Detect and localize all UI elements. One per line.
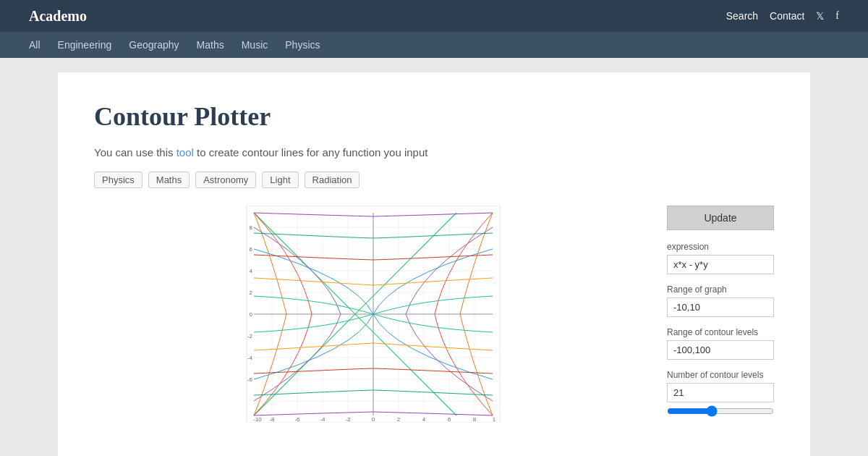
contour-range-input[interactable] — [667, 340, 774, 360]
svg-text:-6: -6 — [247, 376, 253, 383]
svg-text:6: 6 — [250, 246, 253, 253]
svg-text:-4: -4 — [320, 416, 326, 423]
search-link[interactable]: Search — [726, 10, 758, 22]
svg-text:6: 6 — [448, 416, 451, 423]
facebook-icon[interactable]: f — [835, 10, 839, 22]
site-logo[interactable]: Academo — [29, 8, 87, 25]
main-wrapper: Contour Plotter You can use this tool to… — [0, 58, 868, 456]
sub-nav: All Engineering Geography Maths Music Ph… — [0, 32, 868, 58]
nav-maths[interactable]: Maths — [197, 39, 224, 51]
nav-all[interactable]: All — [29, 39, 41, 51]
tag-radiation[interactable]: Radiation — [305, 172, 360, 188]
svg-text:4: 4 — [250, 268, 253, 274]
svg-text:8: 8 — [473, 416, 477, 423]
contour-levels-input[interactable] — [667, 383, 774, 402]
tag-maths[interactable]: Maths — [148, 172, 190, 188]
tag-astronomy[interactable]: Astronomy — [195, 172, 256, 188]
tag-physics[interactable]: Physics — [94, 172, 142, 188]
page-description: You can use this tool to create contour … — [94, 146, 774, 159]
svg-text:-2: -2 — [345, 416, 351, 423]
range-group: Range of graph — [667, 284, 774, 317]
plot-container: 0 -2 -4 -6 -8 -10 2 4 6 8 1 0 2 4 6 8 - — [94, 206, 652, 423]
tags-container: Physics Maths Astronomy Light Radiation — [94, 172, 774, 188]
desc-link[interactable]: tool — [176, 146, 194, 159]
nav-engineering[interactable]: Engineering — [58, 39, 112, 51]
svg-text:0: 0 — [372, 416, 375, 423]
svg-text:-10: -10 — [253, 416, 262, 423]
svg-text:-4: -4 — [247, 355, 253, 361]
svg-text:2: 2 — [250, 290, 253, 296]
nav-physics[interactable]: Physics — [285, 39, 320, 51]
expression-input[interactable] — [667, 255, 774, 274]
plot-section: 0 -2 -4 -6 -8 -10 2 4 6 8 1 0 2 4 6 8 - — [94, 206, 774, 430]
contact-link[interactable]: Contact — [770, 10, 804, 22]
svg-text:1: 1 — [493, 416, 496, 423]
svg-text:-8: -8 — [269, 416, 275, 423]
page-title: Contour Plotter — [94, 101, 774, 132]
svg-text:4: 4 — [422, 416, 426, 423]
content-card: Contour Plotter You can use this tool to… — [58, 72, 810, 456]
contour-levels-group: Number of contour levels — [667, 370, 774, 420]
contour-range-label: Range of contour levels — [667, 327, 774, 337]
nav-music[interactable]: Music — [242, 39, 268, 51]
contour-plot: 0 -2 -4 -6 -8 -10 2 4 6 8 1 0 2 4 6 8 - — [94, 206, 652, 423]
contour-levels-slider[interactable] — [667, 405, 774, 417]
controls-panel: Update expression Range of graph Range o… — [667, 206, 774, 430]
update-button[interactable]: Update — [667, 206, 774, 230]
range-input[interactable] — [667, 297, 774, 317]
svg-text:-2: -2 — [247, 333, 253, 339]
nav-geography[interactable]: Geography — [129, 39, 179, 51]
expression-label: expression — [667, 242, 774, 252]
top-bar-right: Search Contact 𝕏 f — [726, 10, 839, 22]
desc-post: to create contour lines for any function… — [194, 146, 428, 159]
svg-text:-6: -6 — [294, 416, 300, 423]
svg-text:2: 2 — [397, 416, 401, 423]
tag-light[interactable]: Light — [262, 172, 298, 188]
expression-group: expression — [667, 242, 774, 274]
desc-pre: You can use this — [94, 146, 176, 159]
svg-text:0: 0 — [250, 311, 253, 318]
range-label: Range of graph — [667, 284, 774, 295]
twitter-icon[interactable]: 𝕏 — [816, 10, 824, 22]
contour-range-group: Range of contour levels — [667, 327, 774, 360]
top-bar: Academo Search Contact 𝕏 f — [0, 0, 868, 32]
contour-levels-label: Number of contour levels — [667, 370, 774, 380]
svg-text:8: 8 — [250, 224, 253, 231]
